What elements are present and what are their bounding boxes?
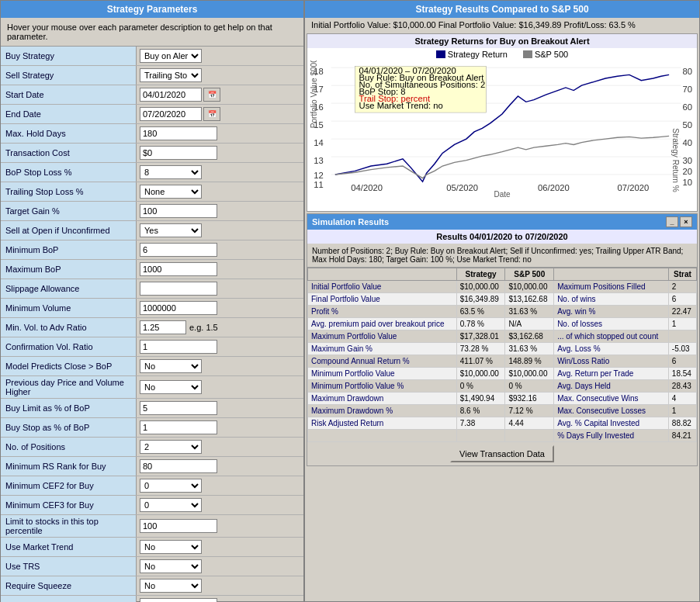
param-value[interactable]: 012 [137, 477, 303, 494]
param-value[interactable]: Buy on AlertBuy on Breakout [137, 47, 303, 64]
table-cell: 4.44 [505, 417, 554, 430]
param-label: Use TRS [1, 557, 137, 576]
table-cell: 1 [668, 405, 696, 417]
param-value[interactable]: None510 [137, 183, 303, 200]
param-value[interactable] [137, 299, 303, 317]
param-select[interactable]: NoYes [140, 380, 202, 394]
svg-text:60: 60 [683, 103, 693, 112]
param-value[interactable] [137, 144, 303, 161]
param-row: Max. Hold Days [1, 124, 303, 144]
param-select[interactable]: Buy on AlertBuy on Breakout [140, 49, 202, 63]
param-value[interactable]: 012 [137, 496, 303, 514]
param-value[interactable] [137, 458, 303, 475]
param-select[interactable]: 8510 [140, 165, 202, 179]
param-select[interactable]: Trailing Stop PercentFixed Stop [140, 68, 202, 82]
param-select[interactable]: 012 [140, 479, 202, 493]
table-cell: $3,162.68 [505, 330, 554, 343]
svg-text:14: 14 [314, 139, 324, 147]
param-text-input[interactable] [140, 146, 217, 160]
param-date-input[interactable] [140, 88, 202, 102]
param-select[interactable]: NoYes [140, 540, 202, 554]
param-value[interactable]: NoYes [137, 358, 303, 375]
param-value[interactable] [137, 202, 303, 220]
param-text-input[interactable] [140, 420, 217, 434]
param-value[interactable]: NoYes [137, 577, 303, 594]
svg-text:05/2020: 05/2020 [446, 184, 478, 192]
param-value[interactable]: NoYes [137, 379, 303, 396]
table-cell: % Days Fully Invested [554, 430, 669, 442]
table-cell: 63.5 % [456, 306, 505, 318]
view-transaction-btn[interactable]: View Transaction Data [450, 445, 554, 462]
portfolio-line: Initial Portfolio Value: $10,000.00 Fina… [305, 18, 699, 32]
param-label: Minimum Volume [1, 299, 137, 317]
param-select[interactable]: 012 [140, 498, 202, 512]
param-select[interactable]: None510 [140, 185, 202, 199]
right-panel: Strategy Results Compared to S&P 500 Ini… [304, 0, 700, 602]
param-select[interactable]: NoYes [140, 559, 202, 573]
param-value[interactable]: 📅 [137, 106, 303, 123]
table-cell: 411.07 % [456, 355, 505, 368]
close-btn[interactable]: × [680, 216, 692, 227]
help-text: Hover your mouse over each parameter des… [1, 18, 303, 47]
param-row: Minimum CEF2 for Buy012 [1, 476, 303, 496]
param-value[interactable] [137, 597, 303, 602]
param-label: Buy Stop as % of BoP [1, 418, 137, 437]
param-select[interactable]: NoYes [140, 359, 202, 373]
param-value[interactable] [137, 338, 303, 355]
param-value[interactable] [137, 280, 303, 297]
param-text-input[interactable] [140, 459, 217, 473]
table-cell: 84.21 [668, 430, 696, 442]
param-value[interactable] [137, 419, 303, 436]
table-cell: -5.03 [668, 343, 696, 355]
param-text-input[interactable] [140, 340, 217, 354]
table-cell: 6 [668, 355, 696, 368]
param-value[interactable]: NoYes [137, 558, 303, 575]
param-value[interactable] [137, 400, 303, 417]
table-cell [456, 430, 505, 442]
table-cell: Avg. win % [554, 306, 669, 318]
param-text-input[interactable] [140, 598, 217, 602]
col-header-metric2 [554, 268, 669, 281]
param-value[interactable]: e.g. 1.5 [137, 319, 303, 336]
calendar-btn[interactable]: 📅 [203, 88, 220, 102]
param-text-input[interactable] [140, 282, 217, 296]
table-cell: Maximum Drawdown [308, 393, 457, 405]
param-date-input[interactable] [140, 107, 202, 121]
minimize-btn[interactable]: _ [666, 216, 678, 227]
table-cell: Final Portfolio Value [308, 293, 457, 306]
table-cell: 4 [668, 393, 696, 405]
param-value[interactable] [137, 261, 303, 278]
param-value[interactable]: Trailing Stop PercentFixed Stop [137, 67, 303, 84]
ratio-example: e.g. 1.5 [189, 323, 218, 332]
param-ratio-input[interactable] [140, 320, 186, 334]
param-value[interactable]: NoYes [137, 538, 303, 555]
param-text-input[interactable] [140, 262, 217, 276]
param-value[interactable] [137, 517, 303, 535]
svg-text:80: 80 [683, 67, 693, 76]
param-value[interactable]: 📅 [137, 86, 303, 103]
param-label: No. of Positions [1, 438, 137, 456]
svg-text:11: 11 [314, 180, 324, 189]
param-value[interactable]: YesNo [137, 222, 303, 239]
table-cell: Profit % [308, 306, 457, 318]
param-text-input[interactable] [140, 204, 217, 218]
param-value[interactable] [137, 241, 303, 258]
table-cell [505, 430, 554, 442]
param-value[interactable] [137, 125, 303, 142]
param-text-input[interactable] [140, 243, 217, 257]
chart-area: Strategy Returns for Buy on Breakout Ale… [307, 33, 698, 212]
param-value[interactable]: 8510 [137, 164, 303, 181]
svg-text:30: 30 [683, 157, 693, 165]
table-cell: $10,000.00 [456, 368, 505, 380]
param-value[interactable]: 21345 [137, 438, 303, 455]
table-cell: 31.63 % [505, 306, 554, 318]
param-select[interactable]: 21345 [140, 440, 202, 454]
param-text-input[interactable] [140, 301, 217, 315]
param-select[interactable]: NoYes [140, 579, 202, 593]
param-text-input[interactable] [140, 126, 217, 140]
param-text-input[interactable] [140, 519, 217, 533]
sim-header-btns[interactable]: _ × [666, 216, 692, 227]
param-text-input[interactable] [140, 401, 217, 415]
calendar-btn[interactable]: 📅 [203, 107, 220, 121]
param-select[interactable]: YesNo [140, 223, 202, 237]
